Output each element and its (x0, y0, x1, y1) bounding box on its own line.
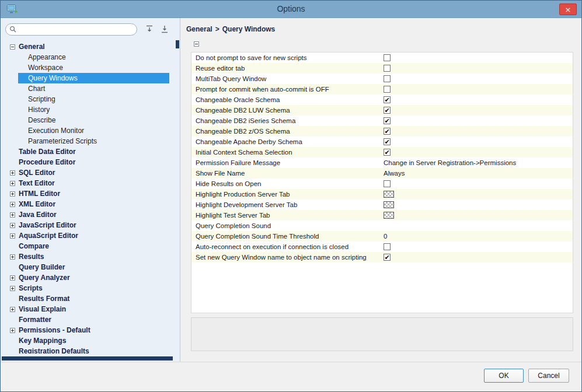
checkbox[interactable]: ✔ (384, 149, 391, 156)
tree-expander-icon[interactable] (10, 212, 15, 218)
checkbox[interactable] (384, 86, 391, 93)
tree-item[interactable]: Query Builder (1, 262, 175, 272)
tree-item[interactable]: Appearance (1, 52, 175, 62)
tree-expander-icon[interactable] (10, 328, 15, 333)
tree-expander-icon[interactable] (10, 181, 15, 186)
tree-item[interactable]: Text Editor (1, 178, 175, 188)
horizontal-scrollbar-thumb[interactable] (2, 356, 173, 360)
tree-item[interactable]: Key Mappings (1, 335, 175, 346)
tree-expander-icon[interactable] (10, 275, 15, 281)
setting-value[interactable]: ✔ (384, 128, 573, 135)
titlebar[interactable]: Options × (1, 1, 581, 18)
tree-item[interactable]: Query Windows (1, 73, 175, 83)
tree-item[interactable]: JavaScript Editor (1, 220, 175, 230)
checkbox[interactable]: ✔ (384, 96, 391, 103)
tree-item[interactable]: AquaScript Editor (1, 230, 175, 241)
tree-expander-icon[interactable] (10, 286, 15, 291)
tree-item[interactable]: Workspace (1, 62, 175, 73)
tree-item[interactable]: SQL Editor (1, 167, 175, 178)
setting-value[interactable]: ✔ (384, 254, 573, 261)
tree-item[interactable]: Parameterized Scripts (1, 136, 175, 146)
ok-button[interactable]: OK (484, 369, 524, 383)
setting-value[interactable]: ✔ (384, 96, 573, 103)
search-input[interactable] (5, 23, 137, 36)
tree-item[interactable]: Describe (1, 115, 175, 125)
setting-value[interactable] (384, 212, 573, 219)
cancel-button[interactable]: Cancel (528, 369, 569, 383)
tree-item[interactable]: Visual Explain (1, 304, 175, 314)
checkbox[interactable] (384, 180, 391, 187)
vertical-scrollbar-thumb[interactable] (176, 40, 179, 48)
setting-row[interactable]: Changeable Apache Derby Schema ✔ (191, 136, 573, 147)
setting-value[interactable]: Always (384, 170, 573, 177)
setting-value[interactable] (384, 75, 573, 82)
tree-item[interactable]: Scripts (1, 283, 175, 293)
tree-item[interactable]: Scripting (1, 94, 175, 104)
tree-expander-icon[interactable] (10, 223, 15, 228)
tree-expander-icon[interactable] (10, 202, 15, 207)
setting-row[interactable]: Auto-reconnect on execution if connectio… (191, 242, 573, 252)
setting-value[interactable]: ✔ (384, 149, 573, 156)
color-swatch[interactable] (384, 212, 394, 219)
collapse-all-button[interactable] (159, 24, 170, 34)
setting-row[interactable]: Highlight Test Server Tab (191, 210, 573, 220)
tree-expander-icon[interactable] (10, 191, 15, 197)
tree-expander-icon[interactable] (10, 233, 15, 239)
setting-row[interactable]: Query Completion Sound (191, 220, 573, 231)
setting-value[interactable] (384, 201, 573, 208)
tree-expander-icon[interactable] (10, 307, 15, 312)
checkbox[interactable] (384, 65, 391, 72)
setting-value[interactable]: ✔ (384, 138, 573, 145)
breadcrumb-section[interactable]: General (186, 25, 212, 33)
tree-item[interactable]: Results (1, 251, 175, 262)
tree-expander-icon[interactable] (10, 170, 15, 176)
setting-row[interactable]: MultiTab Query Window (191, 74, 573, 84)
color-swatch[interactable] (384, 201, 394, 208)
tree-item[interactable]: Permissions - Default (1, 325, 175, 335)
checkbox[interactable]: ✔ (384, 138, 391, 145)
checkbox[interactable] (384, 75, 391, 82)
checkbox[interactable] (384, 54, 391, 61)
tree-item[interactable]: Java Editor (1, 209, 175, 220)
tree-item[interactable]: Table Data Editor (1, 146, 175, 157)
tree-item[interactable]: Results Format (1, 293, 175, 304)
setting-row[interactable]: Query Completion Sound Time Threshold 0 (191, 231, 573, 242)
color-swatch[interactable] (384, 191, 394, 198)
checkbox[interactable]: ✔ (384, 128, 391, 135)
checkbox[interactable] (384, 243, 391, 250)
setting-row[interactable]: Reuse editor tab (191, 63, 573, 74)
setting-row[interactable]: Changeable DB2 z/OS Schema ✔ (191, 126, 573, 136)
setting-value[interactable] (384, 65, 573, 72)
checkbox[interactable]: ✔ (384, 107, 391, 114)
setting-row[interactable]: Changeable Oracle Schema ✔ (191, 94, 573, 105)
setting-row[interactable]: Prompt for commit when auto-commit is OF… (191, 84, 573, 94)
setting-row[interactable]: Permission Failure Message Change in Ser… (191, 158, 573, 168)
setting-row[interactable]: Show File Name Always (191, 168, 573, 178)
tree-item[interactable]: Query Analyzer (1, 272, 175, 283)
tree-item[interactable]: Compare (1, 241, 175, 251)
setting-value[interactable] (384, 243, 573, 250)
setting-value[interactable] (384, 191, 573, 198)
setting-value[interactable]: Change in Server Registration->Permissio… (384, 159, 573, 166)
setting-row[interactable]: Hide Results on Open (191, 178, 573, 189)
setting-row[interactable]: Highlight Development Server Tab (191, 200, 573, 210)
tree-expander-icon[interactable] (10, 44, 15, 50)
setting-value[interactable]: 0 (384, 233, 573, 240)
tree-item[interactable]: Registration Defaults (1, 346, 175, 354)
tree-item[interactable]: Execution Monitor (1, 125, 175, 136)
tree-item[interactable]: Procedure Editor (1, 157, 175, 167)
tree-item[interactable]: Chart (1, 83, 175, 94)
tree-item[interactable]: General (1, 41, 175, 52)
tree-item[interactable]: XML Editor (1, 199, 175, 209)
checkbox[interactable]: ✔ (384, 254, 391, 261)
tree-item[interactable]: History (1, 104, 175, 115)
setting-value[interactable] (384, 180, 573, 187)
tree-item[interactable]: HTML Editor (1, 188, 175, 199)
tree-expander-icon[interactable] (10, 254, 15, 260)
section-collapse-toggle[interactable] (194, 41, 199, 47)
setting-value[interactable]: ✔ (384, 117, 573, 124)
setting-row[interactable]: Highlight Production Server Tab (191, 189, 573, 200)
setting-value[interactable] (384, 54, 573, 61)
setting-row[interactable]: Initial Context Schema Selection ✔ (191, 147, 573, 158)
expand-all-button[interactable] (144, 24, 155, 34)
